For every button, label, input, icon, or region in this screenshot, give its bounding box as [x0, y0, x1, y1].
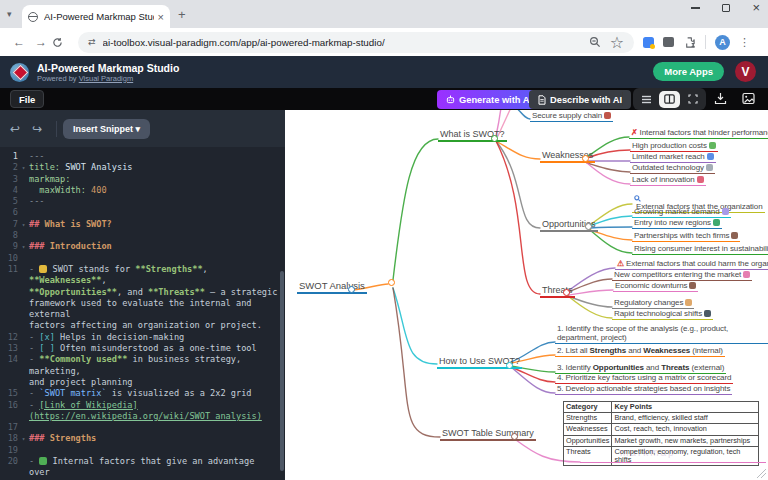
emoji-icon — [685, 299, 692, 306]
fullscreen-view-icon[interactable] — [682, 91, 703, 108]
emoji-icon — [707, 153, 714, 160]
insert-snippet-button[interactable]: Insert Snippet ▾ — [63, 119, 150, 139]
mindmap-node-h4: 4. Prioritize key factors using a matrix… — [555, 373, 733, 384]
code-line: 12- [x] Helps in decision-making — [0, 332, 279, 343]
table-row: OpportunitiesMarket growth, new markets,… — [564, 435, 759, 446]
profile-avatar[interactable]: A — [715, 35, 730, 50]
mindmap-toggle-thr[interactable] — [563, 289, 570, 296]
mindmap-node-o1: Growing market demand — [632, 207, 731, 218]
emoji-icon — [731, 232, 738, 239]
tab-strip: ▾ AI-Powered Markmap Studio × + × — [0, 0, 768, 28]
mindmap-node-h1: 1. Identify the scope of the analysis (e… — [555, 324, 768, 344]
emoji-icon — [689, 282, 696, 289]
mindmap-node-t3: Regulatory changes — [612, 298, 694, 309]
reload-button[interactable] — [52, 37, 74, 48]
forward-button[interactable]: → — [30, 35, 52, 49]
download-icon[interactable] — [714, 92, 727, 105]
fold-toggle-icon[interactable]: ▾ — [18, 433, 29, 444]
file-menu-button[interactable]: File — [10, 90, 44, 108]
extension-drive-icon[interactable] — [643, 37, 654, 48]
code-line: 19 — [0, 445, 279, 456]
code-line: 10 — [0, 253, 279, 264]
mindmap-canvas[interactable]: markmap CategoryKey PointsStrengthsBrand… — [285, 110, 768, 480]
code-line: factors affecting an organization or pro… — [0, 320, 279, 331]
new-tab-button[interactable]: + — [178, 7, 186, 22]
table-header: Category — [564, 402, 612, 413]
generate-with-ai-button[interactable]: Generate with AI — [437, 90, 541, 109]
more-apps-button[interactable]: More Apps — [653, 62, 724, 81]
bookmark-star-icon[interactable]: ☆ — [610, 33, 624, 52]
table-header: Key Points — [612, 402, 759, 413]
fold-toggle-icon[interactable]: ▾ — [18, 219, 29, 230]
table-row: WeaknessesCost, reach, tech, innovation — [564, 424, 759, 435]
export-image-icon[interactable] — [742, 92, 755, 105]
mindmap-toggle-what[interactable] — [491, 135, 498, 142]
extensions-puzzle-icon[interactable] — [683, 36, 696, 49]
redo-icon[interactable]: ↪ — [32, 122, 54, 136]
fold-toggle-icon[interactable]: ▾ — [18, 162, 29, 173]
editor-only-view-icon[interactable] — [636, 91, 657, 108]
browser-navbar: ← → ⇄ ai-toolbox.visual-paradigm.com/app… — [0, 28, 768, 56]
url-text: ai-toolbox.visual-paradigm.com/app/ai-po… — [103, 37, 580, 48]
mindmap-toggle-how[interactable] — [506, 362, 513, 369]
site-settings-icon[interactable]: ⇄ — [88, 37, 96, 47]
split-view-icon[interactable] — [659, 91, 680, 108]
code-line: 16- [Link of Wikipedia] — [0, 400, 279, 411]
tab-favicon-globe-icon — [28, 12, 38, 22]
v-badge-logo[interactable]: V — [735, 61, 756, 82]
back-button[interactable]: ← — [8, 35, 30, 49]
mindmap-node-t1: New competitors entering the market — [612, 270, 752, 281]
mindmap-node-h5: 5. Develop actionable strategies based o… — [555, 384, 732, 395]
address-bar[interactable]: ⇄ ai-toolbox.visual-paradigm.com/app/ai-… — [78, 32, 634, 53]
emoji-icon — [697, 176, 704, 183]
code-line: 14- **Commonly used** in business strate… — [0, 354, 279, 377]
code-line: 20- Internal factors that give an advant… — [0, 456, 279, 479]
undo-icon[interactable]: ↩ — [10, 122, 32, 136]
tab-title: AI-Powered Markmap Studio — [44, 11, 154, 22]
browser-menu-icon[interactable]: ⋮ — [739, 36, 750, 49]
code-line: 11- SWOT stands for **Strengths**, **Wea… — [0, 264, 279, 287]
mindmap-node-o3: Partnerships with tech firms — [632, 231, 740, 242]
mindmap-node-w1: ✗Internal factors that hinder performanc… — [629, 128, 768, 139]
code-line: 13- [ ] Often misunderstood as a one-tim… — [0, 343, 279, 354]
visual-paradigm-link[interactable]: Visual Paradigm — [79, 74, 133, 83]
x-icon: ✗ — [631, 128, 638, 137]
window-minimize-button[interactable] — [691, 7, 700, 8]
tab-search-chevron-icon[interactable]: ▾ — [7, 9, 12, 19]
code-line: 6 — [0, 207, 279, 218]
mindmap-node-secure: Secure supply chain — [530, 111, 613, 122]
code-line: 7▾## What is SWOT? — [0, 219, 279, 230]
app-toolbar: File Generate with AI Describe with AI — [0, 88, 768, 110]
emoji-icon — [706, 164, 713, 171]
fold-toggle-icon[interactable]: ▾ — [18, 241, 29, 252]
emoji-icon — [713, 219, 720, 226]
browser-tab[interactable]: AI-Powered Markmap Studio × — [22, 5, 170, 28]
window-maximize-button[interactable] — [722, 4, 730, 12]
mindmap-node-w3: Limited market reach — [630, 152, 716, 163]
mindmap-toggle-opp[interactable] — [585, 223, 592, 230]
code-line: 9▾### Introduction — [0, 241, 279, 252]
extension-dark-icon[interactable] — [663, 37, 674, 47]
mindmap-node-w2: High production costs — [630, 141, 718, 152]
emoji-icon — [722, 208, 729, 215]
mindmap-toggle-tbl[interactable] — [511, 433, 518, 440]
editor-scrollbar-thumb[interactable] — [280, 271, 284, 471]
tab-close-icon[interactable]: × — [158, 11, 164, 23]
code-line: framework used to evaluate the internal … — [0, 298, 279, 321]
app-title: AI-Powered Markmap Studio — [37, 62, 179, 74]
mindmap-toggle-junction[interactable] — [388, 279, 395, 286]
zoom-level-icon[interactable] — [589, 36, 601, 48]
mindmap-toggle-root[interactable] — [348, 286, 355, 293]
mindmap-node-t2: Economic downturns — [613, 281, 698, 292]
code-line: 3markmap: — [0, 174, 279, 185]
describe-with-ai-button[interactable]: Describe with AI — [529, 90, 631, 109]
resize-handle[interactable] — [757, 469, 766, 478]
code-editor[interactable]: 1---2▾title: SWOT Analysis3markmap:4 max… — [0, 151, 279, 480]
window-close-button[interactable]: × — [752, 4, 760, 12]
editor-toolbar: ↩ ↪ Insert Snippet ▾ — [0, 110, 285, 147]
mindmap-node-h2: 2. List all Strengths and Weaknesses (in… — [555, 346, 725, 357]
code-line: 1--- — [0, 151, 279, 162]
mindmap-toggle-weak[interactable] — [582, 155, 589, 162]
mindmap-node-tbl: SWOT Table Summary — [440, 428, 536, 441]
document-icon — [538, 95, 546, 105]
